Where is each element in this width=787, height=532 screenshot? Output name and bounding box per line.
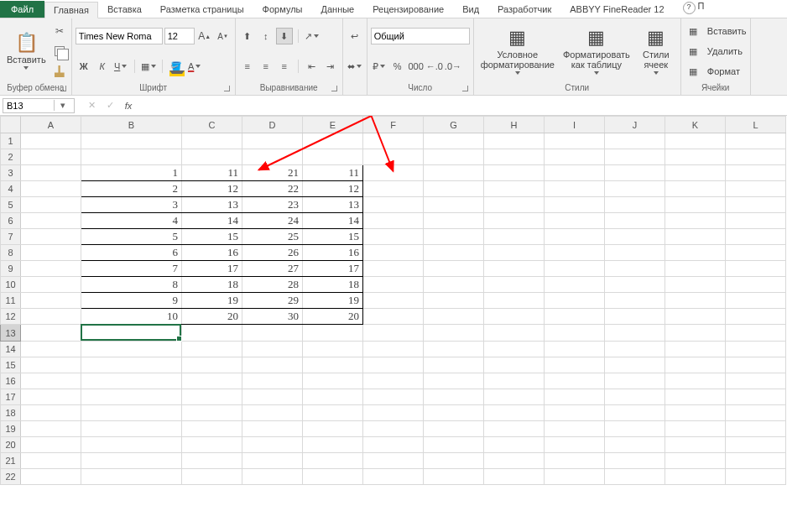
- cell-K22[interactable]: [665, 469, 726, 485]
- cell-I20[interactable]: [545, 437, 605, 453]
- name-box-dropdown[interactable]: ▾: [54, 100, 70, 111]
- cell-K8[interactable]: [665, 245, 726, 261]
- cell-J8[interactable]: [605, 245, 665, 261]
- cell-E17[interactable]: [303, 389, 363, 405]
- cell-G19[interactable]: [424, 421, 484, 437]
- cell-E9[interactable]: 17: [303, 261, 363, 277]
- cell-H20[interactable]: [484, 437, 545, 453]
- cell-E3[interactable]: 11: [303, 165, 363, 181]
- cell-F17[interactable]: [363, 389, 424, 405]
- cell-F21[interactable]: [363, 453, 424, 469]
- decrease-font-button[interactable]: A▼: [215, 28, 232, 44]
- cell-G13[interactable]: [424, 325, 484, 342]
- cell-F12[interactable]: [363, 309, 424, 325]
- cell-B6[interactable]: 4: [81, 213, 182, 229]
- tab-insert[interactable]: Вставка: [98, 1, 151, 18]
- cell-A15[interactable]: [21, 357, 81, 373]
- cell-K12[interactable]: [665, 309, 726, 325]
- cell-C8[interactable]: 16: [182, 245, 242, 261]
- cell-A18[interactable]: [21, 405, 81, 421]
- cell-G15[interactable]: [424, 357, 484, 373]
- cell-E7[interactable]: 15: [303, 229, 363, 245]
- cell-J9[interactable]: [605, 261, 665, 277]
- col-header-K[interactable]: K: [665, 117, 726, 133]
- col-header-D[interactable]: D: [242, 117, 303, 133]
- row-header-18[interactable]: 18: [1, 405, 21, 421]
- cell-A17[interactable]: [21, 389, 81, 405]
- cell-A16[interactable]: [21, 373, 81, 389]
- row-header-19[interactable]: 19: [1, 421, 21, 437]
- cell-D14[interactable]: [242, 342, 303, 357]
- col-header-C[interactable]: C: [182, 117, 242, 133]
- col-header-E[interactable]: E: [303, 117, 363, 133]
- cell-F1[interactable]: [363, 133, 424, 149]
- cell-C22[interactable]: [182, 469, 242, 485]
- cell-C14[interactable]: [182, 342, 242, 357]
- align-top-button[interactable]: ⬆: [239, 28, 256, 44]
- font-name-select[interactable]: [76, 28, 163, 44]
- delete-cells-button[interactable]: ▦: [685, 43, 701, 60]
- row-header-11[interactable]: 11: [1, 293, 21, 309]
- cell-H7[interactable]: [484, 229, 545, 245]
- cell-C11[interactable]: 19: [182, 293, 242, 309]
- cell-D15[interactable]: [242, 357, 303, 373]
- name-box-input[interactable]: [3, 99, 54, 112]
- wrap-text-button[interactable]: ↩: [347, 28, 363, 44]
- row-header-16[interactable]: 16: [1, 373, 21, 389]
- cell-H14[interactable]: [484, 342, 545, 357]
- cell-H16[interactable]: [484, 373, 545, 389]
- cell-L21[interactable]: [726, 453, 786, 469]
- name-box[interactable]: ▾: [3, 98, 75, 113]
- font-size-select[interactable]: [164, 28, 195, 44]
- cell-A20[interactable]: [21, 437, 81, 453]
- cell-H1[interactable]: [484, 133, 545, 149]
- cell-A9[interactable]: [21, 261, 81, 277]
- cell-D1[interactable]: [242, 133, 303, 149]
- cell-I12[interactable]: [545, 309, 605, 325]
- cell-B20[interactable]: [81, 437, 182, 453]
- cell-H4[interactable]: [484, 181, 545, 197]
- italic-button[interactable]: К: [94, 58, 111, 75]
- cell-G20[interactable]: [424, 437, 484, 453]
- row-header-22[interactable]: 22: [1, 469, 21, 485]
- cell-A3[interactable]: [21, 165, 81, 181]
- cell-L8[interactable]: [726, 245, 786, 261]
- bold-button[interactable]: Ж: [76, 58, 92, 75]
- cell-I17[interactable]: [545, 389, 605, 405]
- cell-G3[interactable]: [424, 165, 484, 181]
- row-header-17[interactable]: 17: [1, 389, 21, 405]
- cell-D3[interactable]: 21: [242, 165, 303, 181]
- cell-E13[interactable]: [303, 325, 363, 342]
- row-header-10[interactable]: 10: [1, 277, 21, 293]
- cell-L18[interactable]: [726, 405, 786, 421]
- row-header-1[interactable]: 1: [1, 133, 21, 149]
- row-header-6[interactable]: 6: [1, 213, 21, 229]
- align-center-button[interactable]: ≡: [258, 58, 274, 75]
- cell-B11[interactable]: 9: [81, 293, 182, 309]
- cell-G14[interactable]: [424, 342, 484, 357]
- cell-A4[interactable]: [21, 181, 81, 197]
- cell-I8[interactable]: [545, 245, 605, 261]
- tab-file[interactable]: Файл: [0, 1, 44, 18]
- cell-B4[interactable]: 2: [81, 181, 182, 197]
- cell-L3[interactable]: [726, 165, 786, 181]
- cell-I9[interactable]: [545, 261, 605, 277]
- cell-E20[interactable]: [303, 437, 363, 453]
- cell-E5[interactable]: 13: [303, 197, 363, 213]
- cell-C17[interactable]: [182, 389, 242, 405]
- cell-D7[interactable]: 25: [242, 229, 303, 245]
- number-format-select[interactable]: [371, 28, 470, 44]
- cell-J11[interactable]: [605, 293, 665, 309]
- format-cells-button[interactable]: ▦: [685, 63, 701, 80]
- cell-G6[interactable]: [424, 213, 484, 229]
- cell-H5[interactable]: [484, 197, 545, 213]
- cell-K3[interactable]: [665, 165, 726, 181]
- cell-H19[interactable]: [484, 421, 545, 437]
- cell-B2[interactable]: [81, 149, 182, 165]
- cell-K16[interactable]: [665, 373, 726, 389]
- cell-C13[interactable]: [182, 325, 242, 342]
- cell-B9[interactable]: 7: [81, 261, 182, 277]
- insert-cells-button[interactable]: ▦: [685, 23, 701, 39]
- cell-J5[interactable]: [605, 197, 665, 213]
- cell-L5[interactable]: [726, 197, 786, 213]
